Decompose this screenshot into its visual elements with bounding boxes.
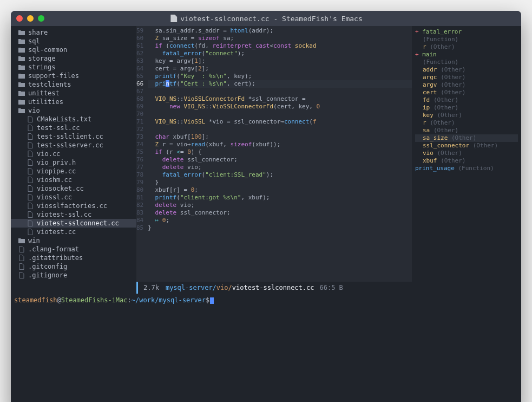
tree-item[interactable]: viosocket.cc	[11, 184, 136, 193]
outline-item[interactable]: key (Other)	[415, 112, 518, 119]
tree-item[interactable]: viossl.cc	[11, 193, 136, 202]
minimize-icon[interactable]	[27, 15, 34, 22]
outline-item[interactable]: (Function)	[415, 59, 518, 66]
code-line[interactable]: printf("Cert : %s\n", cert);	[148, 80, 412, 88]
tree-item[interactable]: .gitignore	[11, 271, 136, 280]
tree-item[interactable]: sql-common	[11, 46, 136, 54]
outline-item[interactable]: r (Other)	[415, 43, 518, 51]
tree-item[interactable]: test-sslserver.cc	[11, 141, 136, 150]
code-line[interactable]: delete vio;	[148, 202, 412, 209]
code-line[interactable]: xbuf[r] = 0;	[148, 186, 412, 194]
outline-item[interactable]: (Function)	[415, 36, 518, 43]
code-line[interactable]: char xbuf[100];	[148, 133, 412, 141]
titlebar[interactable]: viotest-sslconnect.cc - SteamedFish's Em…	[11, 11, 521, 26]
code-line[interactable]: fatal_error("connect");	[148, 50, 412, 57]
tree-item[interactable]: utilities	[11, 98, 136, 106]
tree-item[interactable]: vio_priv.h	[11, 158, 136, 167]
code-line[interactable]: cert = argv[2];	[148, 65, 412, 73]
file-icon	[17, 263, 26, 270]
terminal-cursor	[210, 297, 214, 304]
tree-item[interactable]: support-files	[11, 72, 136, 80]
outline-item[interactable]: sa (Other)	[415, 127, 518, 134]
tree-item[interactable]: vioshm.cc	[11, 176, 136, 184]
tree-item[interactable]: vio	[11, 106, 136, 115]
code-line[interactable]: if (connect(fd, reinterpret_cast<const s…	[148, 42, 412, 50]
outline-item[interactable]: r (Other)	[415, 119, 518, 127]
outline-item[interactable]: sa_size (Other)	[415, 134, 518, 142]
file-icon	[17, 255, 26, 261]
tree-item[interactable]: test-sslclient.cc	[11, 132, 136, 141]
outline-item[interactable]: addr (Other)	[415, 66, 518, 74]
code-line[interactable]: new VIO_NS::VioSSLConnectorFd(cert, key,…	[148, 103, 412, 111]
window-title: viotest-sslconnect.cc - SteamedFish's Em…	[169, 15, 363, 23]
outline-item[interactable]: argc (Other)	[415, 74, 518, 81]
code-line[interactable]: }	[148, 224, 412, 232]
outline-item[interactable]: print_usage (Function)	[415, 165, 518, 172]
code-line[interactable]: }	[148, 179, 412, 186]
tree-item[interactable]: share	[11, 28, 136, 37]
outline-item[interactable]: fd (Other)	[415, 96, 518, 104]
outline-item[interactable]: vio (Other)	[415, 150, 518, 157]
tree-item[interactable]: viotest-sslconnect.cc	[11, 219, 136, 228]
code-line[interactable]: if (r <= 0) {	[148, 148, 412, 156]
tree-item[interactable]: test-ssl.cc	[11, 124, 136, 132]
tree-item[interactable]: viotest-ssl.cc	[11, 210, 136, 219]
outline-item[interactable]: ip (Other)	[415, 104, 518, 112]
prompt-path: ~/work/mysql-server	[132, 296, 206, 304]
tree-item[interactable]: win	[11, 236, 136, 245]
file-icon	[169, 15, 177, 22]
code-area[interactable]: 5960616263646566676869707172737475767778…	[136, 26, 412, 282]
code-line[interactable]: sa.sin_addr.s_addr = htonl(addr);	[148, 27, 412, 35]
code-line[interactable]: delete ssl_connector;	[148, 156, 412, 164]
tree-item[interactable]: viosslfactories.cc	[11, 202, 136, 210]
folder-open-icon	[17, 108, 26, 113]
code-buffer[interactable]: sa.sin_addr.s_addr = htonl(addr); Z sa_s…	[148, 26, 412, 282]
code-line[interactable]: Z sa_size = sizeof sa;	[148, 35, 412, 42]
tree-item[interactable]: .clang-format	[11, 245, 136, 254]
outline-item[interactable]: + main	[415, 51, 518, 59]
file-icon	[26, 125, 35, 131]
file-icon	[26, 133, 35, 140]
tree-item[interactable]: sql	[11, 37, 136, 46]
code-line[interactable]: printf("client:got %s\n", xbuf);	[148, 194, 412, 202]
tree-item[interactable]: viotest.cc	[11, 228, 136, 236]
code-line[interactable]: delete vio;	[148, 164, 412, 171]
tree-item-label: viopipe.cc	[37, 167, 76, 175]
outline-item[interactable]: argv (Other)	[415, 81, 518, 89]
close-icon[interactable]	[16, 15, 23, 22]
code-line[interactable]	[148, 126, 412, 133]
tree-item[interactable]: .gitconfig	[11, 262, 136, 271]
file-icon	[26, 220, 35, 226]
main-area: sharesqlsql-commonstoragestringssupport-…	[11, 26, 521, 294]
code-line[interactable]	[148, 111, 412, 118]
tree-item[interactable]: viopipe.cc	[11, 167, 136, 176]
code-line[interactable]: VIO_NS::VioSSL *vio = ssl_connector→conn…	[148, 118, 412, 126]
code-line[interactable]: key = argv[1];	[148, 57, 412, 65]
code-line[interactable]: fatal_error("client:SSL_read");	[148, 171, 412, 179]
tree-item[interactable]: storage	[11, 54, 136, 63]
code-line[interactable]	[148, 88, 412, 95]
tree-item[interactable]: unittest	[11, 89, 136, 98]
file-tree[interactable]: sharesqlsql-commonstoragestringssupport-…	[11, 26, 136, 294]
tree-item[interactable]: strings	[11, 63, 136, 72]
outline-item[interactable]: ssl_connector (Other)	[415, 142, 518, 150]
tree-item[interactable]: CMakeLists.txt	[11, 115, 136, 124]
code-line[interactable]: Z r = vio→read(xbuf, sizeof(xbuf));	[148, 141, 412, 148]
terminal-pane[interactable]: steamedfish@SteamedFishs-iMac:~/work/mys…	[11, 294, 521, 402]
tree-item-label: vio.cc	[37, 150, 60, 158]
outline-item[interactable]: cert (Other)	[415, 89, 518, 96]
outline-pane[interactable]: + fatal_error(Function)r (Other)+ main(F…	[412, 26, 521, 294]
code-line[interactable]: ↦ 0;	[148, 217, 412, 224]
zoom-icon[interactable]	[38, 15, 44, 22]
tree-item[interactable]: vio.cc	[11, 150, 136, 158]
code-line[interactable]: printf("Key : %s\n", key);	[148, 73, 412, 80]
folder-icon	[17, 47, 26, 53]
code-line[interactable]: VIO_NS::VioSSLConnectorFd *ssl_connector…	[148, 95, 412, 103]
tree-item-label: test-ssl.cc	[37, 124, 80, 132]
tree-item[interactable]: .gitattributes	[11, 254, 136, 262]
outline-item[interactable]: + fatal_error	[415, 28, 518, 36]
modeline[interactable]: 2.7k mysql-server/vio/viotest-sslconnect…	[136, 282, 412, 294]
outline-item[interactable]: xbuf (Other)	[415, 157, 518, 165]
tree-item[interactable]: testclients	[11, 80, 136, 89]
code-line[interactable]: delete ssl_connector;	[148, 209, 412, 217]
